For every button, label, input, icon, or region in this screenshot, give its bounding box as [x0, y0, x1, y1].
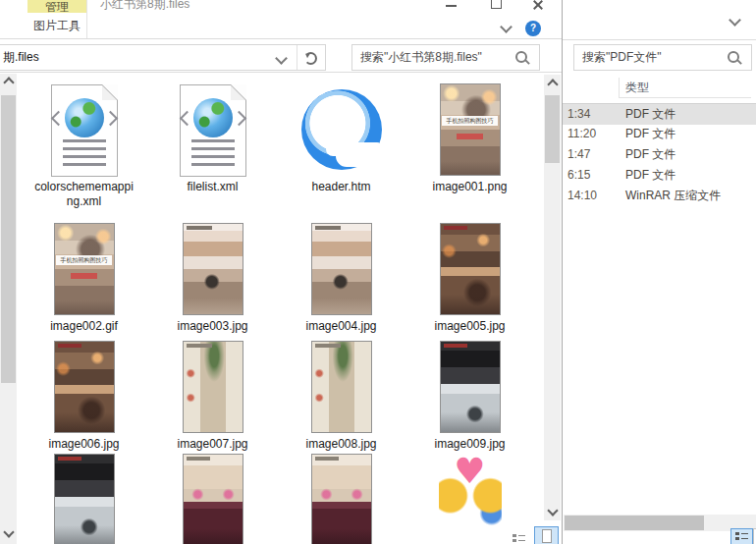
thumbnail-overlay-text: 手机拍照构图技巧 [56, 255, 113, 265]
toolbar-divider [563, 39, 756, 40]
photo-thumbnail [277, 340, 405, 434]
photo-thumbnail [20, 453, 148, 544]
file-label: image007.jpg [177, 437, 247, 452]
photo-thumbnail: 手机拍照构图技巧 [20, 222, 148, 316]
photo-thumbnail [277, 453, 405, 544]
file-item[interactable] [148, 453, 277, 544]
photo-thumbnail [405, 222, 534, 316]
qq-browser-icon [301, 89, 382, 170]
file-type: PDF 文件 [625, 144, 675, 165]
emoji-thumbnail: ♥ [405, 453, 534, 544]
scrollbar-thumb[interactable] [1, 95, 16, 383]
file-label: header.htm [311, 180, 370, 194]
file-time: 1:34 [567, 104, 590, 125]
search-placeholder: 搜索"PDF文件" [582, 49, 662, 66]
scrollbar-thumb[interactable] [545, 95, 560, 163]
scroll-down-icon[interactable] [547, 505, 558, 516]
file-item[interactable]: image009.jpg [405, 340, 534, 452]
column-divider [619, 78, 620, 98]
file-row[interactable]: 11:20PDF 文件 [563, 124, 756, 144]
background-window-scrollbar[interactable] [0, 74, 17, 544]
search-input[interactable]: 搜索"PDF文件" [573, 44, 752, 71]
file-row[interactable]: 1:34PDF 文件 [563, 103, 756, 125]
explorer-windows: 管理 图片工具 小红书第8期.files ? 期.files 搜索"小红书第8期… [0, 0, 756, 544]
file-label: image001.png [432, 180, 507, 194]
scroll-up-icon[interactable] [3, 77, 14, 87]
globe-icon [65, 98, 104, 137]
file-label: image005.jpg [434, 319, 505, 334]
file-time: 14:10 [567, 186, 597, 206]
file-label: image003.jpg [177, 319, 247, 334]
scrollbar-thumb[interactable] [565, 516, 704, 530]
scroll-up-icon[interactable] [547, 79, 558, 89]
xml-file-icon [148, 82, 277, 177]
file-label: image002.gif [50, 319, 118, 334]
file-item[interactable]: 手机拍照构图技巧image002.gif [20, 222, 148, 334]
right-explorer-window: 搜索"PDF文件" 类型 1:34PDF 文件11:20PDF 文件1:47PD… [562, 0, 756, 544]
chevron-down-icon [729, 14, 741, 27]
file-label: image008.jpg [305, 437, 376, 452]
column-header-type[interactable]: 类型 [625, 80, 649, 96]
photo-thumbnail [277, 222, 405, 316]
file-time: 6:15 [567, 165, 590, 186]
file-label: image004.jpg [305, 319, 376, 334]
file-type: WinRAR 压缩文件 [625, 186, 721, 206]
photo-thumbnail [148, 222, 277, 316]
details-view-icon [735, 532, 748, 541]
details-view-button[interactable] [730, 528, 753, 544]
file-type: PDF 文件 [625, 124, 675, 144]
file-item[interactable]: image006.jpg [20, 340, 148, 452]
file-item[interactable] [20, 453, 148, 544]
browser-file-icon [277, 82, 405, 177]
details-view-button[interactable] [513, 534, 525, 543]
file-item[interactable]: image008.jpg [277, 340, 405, 452]
file-type: PDF 文件 [625, 104, 675, 125]
file-row[interactable]: 6:15PDF 文件 [563, 165, 756, 186]
photo-thumbnail [20, 340, 148, 434]
file-label: image009.jpg [434, 437, 505, 452]
globe-icon [193, 98, 233, 137]
file-label: colorschememapping.xml [32, 180, 136, 209]
file-type: PDF 文件 [625, 165, 675, 186]
file-item[interactable]: filelist.xml [148, 82, 277, 194]
file-row[interactable]: 14:10WinRAR 压缩文件 [563, 186, 756, 206]
xml-file-icon [20, 82, 148, 177]
file-time: 11:20 [567, 124, 596, 144]
file-row[interactable]: 1:47PDF 文件 [563, 144, 756, 165]
file-label: filelist.xml [187, 180, 238, 194]
file-item[interactable]: colorschememapping.xml [20, 82, 148, 209]
thumbnail-view-button[interactable] [534, 526, 559, 544]
file-time: 1:47 [567, 144, 590, 165]
heart-icon: ♥ [454, 451, 485, 491]
file-item[interactable]: image004.jpg [277, 222, 405, 334]
horizontal-scrollbar[interactable] [564, 515, 756, 531]
file-item[interactable]: image005.jpg [405, 222, 534, 334]
ribbon-collapse-button[interactable] [730, 16, 739, 25]
thumbnail-overlay-text: 手机拍照构图技巧 [442, 116, 499, 126]
photo-thumbnail [405, 340, 534, 434]
scroll-down-icon[interactable] [3, 526, 14, 537]
file-item[interactable]: header.htm [277, 82, 405, 194]
photo-thumbnail [148, 453, 277, 544]
file-label: image006.jpg [48, 437, 119, 452]
thumbnail-view-icon [542, 529, 552, 543]
file-item[interactable]: image007.jpg [148, 340, 277, 452]
photo-thumbnail: 手机拍照构图技巧 [405, 82, 534, 177]
file-item[interactable]: ♥ [405, 453, 534, 544]
file-item[interactable]: 手机拍照构图技巧image001.png [405, 82, 534, 194]
file-item[interactable]: image003.jpg [148, 222, 277, 334]
main-scrollbar[interactable] [544, 75, 561, 520]
file-item[interactable] [277, 453, 405, 544]
column-underline [620, 97, 751, 98]
search-icon[interactable] [728, 51, 739, 63]
photo-thumbnail [148, 340, 277, 434]
file-grid: colorschememapping.xmlfilelist.xmlheader… [20, 0, 544, 544]
